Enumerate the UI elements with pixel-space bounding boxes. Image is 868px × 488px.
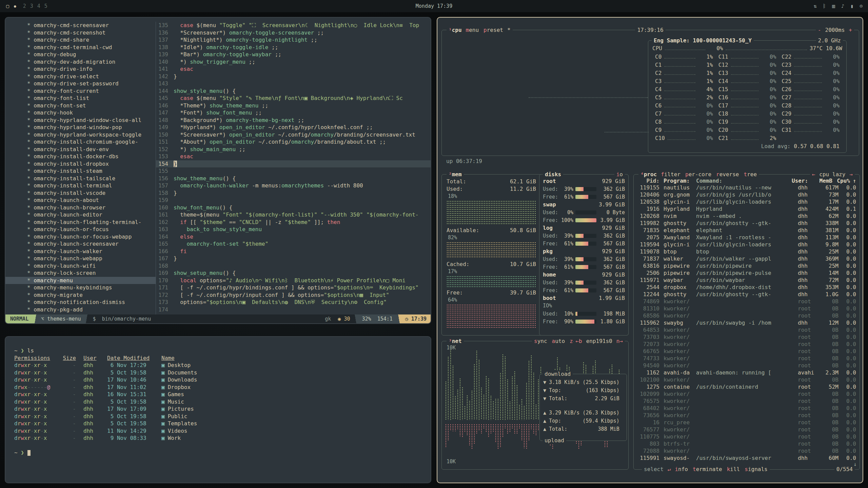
code-line[interactable]: 173 options="$options\n▣ Defaults\n◍ DNS… xyxy=(156,299,431,306)
proc-box-title[interactable]: ⁴proc xyxy=(640,171,657,178)
proc-footer-terminate[interactable]: terminate xyxy=(693,466,722,473)
process-row[interactable]: 2544dropbox/home/dhh/.dropbox-distdhh353… xyxy=(634,284,860,291)
code-line[interactable]: 148 *Background*) omarchy-theme-bg-next … xyxy=(156,117,431,124)
file-item[interactable]: * omarchy-install-steam xyxy=(5,167,156,175)
file-item[interactable]: * omarchy-install-docker-dbs xyxy=(5,153,156,160)
code-line[interactable]: 149 *Hyprland*) open_in_editor ~/.config… xyxy=(156,124,431,131)
file-item[interactable]: * omarchy-launch-or-focus xyxy=(5,226,156,233)
process-row[interactable]: 68402kworker/root0B0.0 xyxy=(634,405,860,412)
file-item[interactable]: * omarchy-drive-set-password xyxy=(5,80,156,87)
code-line[interactable]: 165 omarchy-font-set "$theme" xyxy=(156,240,431,248)
proc-button-tree[interactable]: tree xyxy=(744,171,757,178)
power-icon[interactable]: ⊙ xyxy=(860,3,863,9)
process-row[interactable]: 63816pipewire/usr/bin/pipewiredhh25M0.0 xyxy=(634,262,860,269)
file-item[interactable]: * omarchy-install-dropbox xyxy=(5,160,156,168)
cpu-box-title[interactable]: ¹cpu xyxy=(449,27,462,34)
process-row[interactable]: 803btrfs-trroot0B0.0 xyxy=(634,440,860,447)
file-item[interactable]: * omarchy-notification-dismiss xyxy=(5,299,156,306)
interval-increase-button[interactable]: + xyxy=(849,27,852,34)
process-row[interactable]: 81310kworker/root0B0.0 xyxy=(634,305,860,312)
net-button-sync[interactable]: sync xyxy=(534,338,547,345)
code-line[interactable]: 135 case $(menu "Toggle" "⛶ Screensaver\… xyxy=(156,22,431,29)
file-item[interactable]: * omarchy-launch-about xyxy=(5,197,156,204)
workspace-app-icon[interactable]: ▢ xyxy=(6,3,9,9)
file-item[interactable]: * omarchy-launch-browser xyxy=(5,204,156,211)
code-line[interactable]: 150 *Screensaver*) open_in_editor ~/.con… xyxy=(156,131,431,139)
io-mode-button[interactable]: io xyxy=(616,171,623,178)
code-line[interactable]: 141 esac xyxy=(156,65,431,73)
process-row[interactable]: 102100kworker/root0B0.0 xyxy=(634,376,860,383)
process-row[interactable]: 72088kworker/root0B0.0 xyxy=(634,447,860,454)
iface-prev-button[interactable]: ←b xyxy=(575,338,582,345)
code-line[interactable]: 162 if [[ "$theme" == "CNCLD" || -z "$th… xyxy=(156,219,431,226)
code-line[interactable]: 164 else xyxy=(156,233,431,241)
file-item[interactable]: * omarchy-hyprland-window-pop xyxy=(5,124,156,131)
cpu-button-preset[interactable]: preset xyxy=(484,27,503,34)
process-row[interactable]: 76575kworker/root0B0.0 xyxy=(634,398,860,405)
file-item[interactable]: * omarchy-font-current xyxy=(5,87,156,95)
file-item[interactable]: * omarchy-migrate xyxy=(5,291,156,299)
process-row[interactable]: 120538glycin-i/usr/lib/glycin-loadersdhh… xyxy=(634,198,860,205)
file-item[interactable]: * omarchy-menu-keybindings xyxy=(5,284,156,291)
workspace-active-indicator[interactable]: ● xyxy=(14,4,16,8)
code-line[interactable]: 152 *) show_main_menu ;; xyxy=(156,146,431,153)
file-item[interactable]: * omarchy-launch-or-focus-webapp xyxy=(5,233,156,241)
code-line[interactable]: 166 fi xyxy=(156,248,431,255)
proc-button-reverse[interactable]: reverse xyxy=(716,171,739,178)
code-line[interactable]: 139 *Bar*) omarchy-toggle-waybar ;; xyxy=(156,51,431,58)
volume-icon[interactable]: ♪ xyxy=(841,3,844,9)
file-item[interactable]: * omarchy-launch-wifi xyxy=(5,262,156,270)
process-row[interactable]: 120406org.gnom/usr/bin/gjs /usr/lib/odhh… xyxy=(634,191,860,198)
process-row[interactable]: 119594glycin-i/usr/lib/glycin-loadersdhh… xyxy=(634,241,860,248)
file-item[interactable]: * omarchy-pkg-add xyxy=(5,306,156,313)
code-line[interactable]: 143 xyxy=(156,80,431,87)
file-item[interactable]: * omarchy-install-dev-env xyxy=(5,146,156,153)
file-list[interactable]: * omarchy-cmd-screensaver* omarchy-cmd-s… xyxy=(5,22,156,314)
process-row[interactable]: 1916HyprlandHyprlanddhh424M0.1 xyxy=(634,205,860,212)
file-item[interactable]: * omarchy-drive-select xyxy=(5,73,156,80)
workspace-3[interactable]: 3 xyxy=(30,3,33,9)
code-line[interactable]: 168 xyxy=(156,262,431,270)
process-row[interactable]: 2506pipewire/usr/bin/pipewire-pulsedhh14… xyxy=(634,269,860,277)
process-row[interactable]: 73656kworker/root0B0.0 xyxy=(634,412,860,419)
process-row[interactable]: 74733kworker/root0B0.0 xyxy=(634,355,860,362)
file-item[interactable]: * omarchy-drive-info xyxy=(5,65,156,73)
file-item[interactable]: * omarchy-font-set xyxy=(5,102,156,109)
process-row[interactable]: 2075XwaylandXwayland :1 -rootless -dhh11… xyxy=(634,234,860,241)
code-line[interactable]: 136 *Screensaver*) omarchy-toggle-screen… xyxy=(156,29,431,37)
code-line[interactable]: 158} xyxy=(156,189,431,197)
battery-icon[interactable]: ▮ xyxy=(850,3,853,9)
process-row[interactable]: 74869kworker/root0B0.0 xyxy=(634,298,860,305)
code-line[interactable]: 171 [ -f ~/.config/hypr/bindings.conf ] … xyxy=(156,284,431,291)
net-button-auto[interactable]: auto xyxy=(552,338,565,345)
favorites-star[interactable]: * xyxy=(507,27,511,34)
code-line[interactable]: 153 esac xyxy=(156,153,431,160)
file-item[interactable]: * omarchy-cmd-screenshot xyxy=(5,29,156,37)
code-line[interactable]: 138 *Idle*) omarchy-toggle-idle ;; xyxy=(156,44,431,51)
file-item[interactable]: * omarchy-launch-walker xyxy=(5,248,156,255)
file-item[interactable]: * omarchy-install-vscode xyxy=(5,189,156,197)
workspace-5[interactable]: 5 xyxy=(44,3,47,9)
cpu-button-menu[interactable]: menu xyxy=(466,27,479,34)
code-line[interactable]: 167} xyxy=(156,255,431,262)
process-row[interactable]: 1275containe/usr/bin/containerdroot52M0.… xyxy=(634,383,860,390)
interval-decrease-button[interactable]: - xyxy=(818,27,821,34)
process-row[interactable]: 119155nautilus/usr/bin/nautilus --newdhh… xyxy=(634,184,860,191)
code-line[interactable]: 145 case $(menu "Style" "✎ Theme\nƒ Font… xyxy=(156,95,431,102)
iface-next-button[interactable]: n→ xyxy=(616,338,623,345)
file-item[interactable]: * omarchy-cmd-screensaver xyxy=(5,22,156,29)
code-line[interactable]: 170 local options="♪ Audio\n◠ Wifi\nᛒ Bl… xyxy=(156,277,431,284)
mem-box-title[interactable]: ²mem xyxy=(449,171,462,178)
code-line[interactable]: 163 back_to show_style_menu xyxy=(156,226,431,233)
process-row[interactable]: 71835elephantelephantdhh381M0.0 xyxy=(634,227,860,234)
file-item[interactable]: * omarchy-debug xyxy=(5,51,156,58)
file-item[interactable]: * omarchy-hyprland-workspace-toggle xyxy=(5,131,156,139)
proc-footer-signals[interactable]: signals xyxy=(745,466,767,473)
file-item[interactable]: * omarchy-hook xyxy=(5,109,156,117)
code-line[interactable]: 169show_setup_menu() { xyxy=(156,269,431,277)
code-line[interactable]: 161 theme=$(menu "Font" "$(omarchy-font-… xyxy=(156,211,431,219)
proc-button-per-core[interactable]: per-core xyxy=(685,171,711,178)
process-row[interactable]: 12244ghostty/usr/bin/ghostty --gtk-dhh1.… xyxy=(634,291,860,298)
network-arrows-icon[interactable]: ⇅ xyxy=(814,3,817,9)
code-line[interactable]: 156show_theme_menu() { xyxy=(156,175,431,182)
